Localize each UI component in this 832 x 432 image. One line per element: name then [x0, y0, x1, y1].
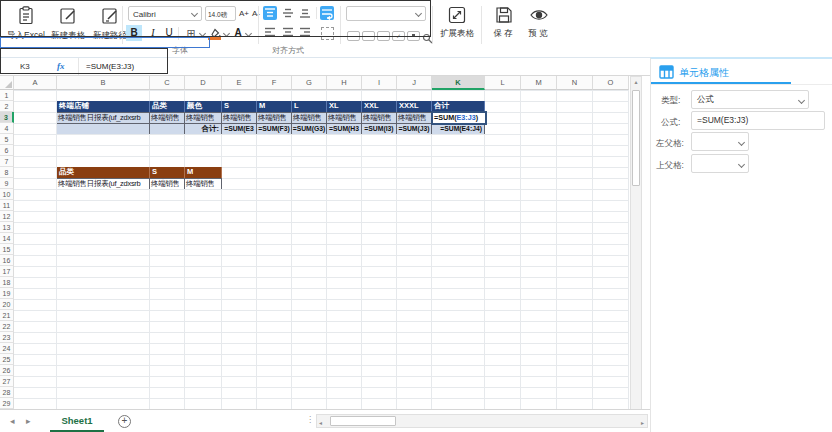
cell-C9[interactable]: 终端销售: [150, 178, 185, 189]
column-header-B[interactable]: B: [57, 76, 150, 90]
cell-C3[interactable]: 终端销售: [150, 112, 185, 123]
sheet-tab-sheet1[interactable]: Sheet1: [50, 410, 104, 432]
cell-K3-active-editor[interactable]: =SUM(E3:J3): [431, 111, 487, 125]
column-header-I[interactable]: I: [362, 76, 397, 90]
row-header-28[interactable]: 28: [0, 387, 14, 398]
row-header-2[interactable]: 2: [0, 101, 14, 112]
type-select-value: 公式: [697, 94, 714, 104]
grid-line-v: [326, 90, 327, 409]
cell-B2[interactable]: 终端店铺: [57, 101, 150, 112]
cell-I2[interactable]: XXL: [362, 101, 397, 112]
cell-G3[interactable]: 终端销售: [292, 112, 327, 123]
scroll-up-icon[interactable]: ▴: [631, 78, 641, 85]
row-header-22[interactable]: 22: [0, 321, 14, 332]
row-header-1[interactable]: 1: [0, 90, 14, 101]
sheet-prev-icon[interactable]: ◂: [10, 416, 15, 426]
row-header-3[interactable]: 3: [0, 112, 14, 123]
row-header-7[interactable]: 7: [0, 156, 14, 167]
row-header-21[interactable]: 21: [0, 310, 14, 321]
cell-C4[interactable]: [150, 123, 185, 134]
column-header-E[interactable]: E: [222, 76, 257, 90]
grid-line-v: [592, 90, 593, 409]
cell-J3[interactable]: 终端销售: [397, 112, 432, 123]
row-header-9[interactable]: 9: [0, 178, 14, 189]
cell-F2[interactable]: M: [257, 101, 292, 112]
column-header-J[interactable]: J: [397, 76, 432, 90]
worksheet-grid[interactable]: ABCDEFGHIJKLMNO1234567891011121314151617…: [0, 0, 650, 432]
column-header-K[interactable]: K: [432, 76, 485, 90]
horizontal-scrollbar[interactable]: ◂ ▸: [316, 414, 648, 428]
select-all-corner[interactable]: [0, 76, 14, 90]
cell-E2[interactable]: S: [222, 101, 257, 112]
cell-E3[interactable]: 终端销售: [222, 112, 257, 123]
type-select[interactable]: 公式: [691, 90, 809, 109]
row-header-11[interactable]: 11: [0, 200, 14, 211]
cell-D9[interactable]: 终端销售: [185, 178, 222, 189]
cell-G2[interactable]: L: [292, 101, 327, 112]
cell-I3[interactable]: 终端销售: [362, 112, 397, 123]
cell-H3[interactable]: 终端销售: [327, 112, 362, 123]
cell-E4[interactable]: =SUM(E3: [222, 123, 257, 134]
left-parent-select[interactable]: [691, 132, 749, 151]
vertical-scrollbar-thumb[interactable]: [632, 90, 640, 186]
row-header-15[interactable]: 15: [0, 244, 14, 255]
row-header-13[interactable]: 13: [0, 222, 14, 233]
cell-I4[interactable]: =SUM(I3): [362, 123, 397, 134]
column-header-G[interactable]: G: [292, 76, 327, 90]
cell-B9[interactable]: 终端销售日报表(uf_zdxsrb: [57, 178, 150, 189]
row-header-6[interactable]: 6: [0, 145, 14, 156]
row-header-25[interactable]: 25: [0, 354, 14, 365]
cell-D4[interactable]: 合计:: [185, 123, 222, 134]
column-header-M[interactable]: M: [521, 76, 557, 90]
row-header-18[interactable]: 18: [0, 277, 14, 288]
column-header-C[interactable]: C: [150, 76, 185, 90]
row-header-27[interactable]: 27: [0, 376, 14, 387]
grid-line-v: [556, 90, 557, 409]
cell-D2[interactable]: 颜色: [185, 101, 222, 112]
row-header-26[interactable]: 26: [0, 365, 14, 376]
column-header-L[interactable]: L: [485, 76, 521, 90]
column-header-F[interactable]: F: [257, 76, 292, 90]
cell-D3[interactable]: 终端销售: [185, 112, 222, 123]
cell-F4[interactable]: =SUM(F3): [257, 123, 292, 134]
row-header-29[interactable]: 29: [0, 398, 14, 409]
cell-H2[interactable]: XL: [327, 101, 362, 112]
row-header-8[interactable]: 8: [0, 167, 14, 178]
cell-H4[interactable]: =SUM(H3: [327, 123, 362, 134]
cell-B4[interactable]: [57, 123, 150, 134]
cell-B8[interactable]: 品类: [57, 167, 150, 178]
row-header-20[interactable]: 20: [0, 299, 14, 310]
vertical-scrollbar[interactable]: ▴ ▾: [630, 76, 642, 420]
cell-D8[interactable]: M: [185, 167, 222, 178]
row-header-17[interactable]: 17: [0, 266, 14, 277]
add-sheet-button[interactable]: +: [118, 415, 131, 428]
row-header-12[interactable]: 12: [0, 211, 14, 222]
cell-B3[interactable]: 终端销售日报表(uf_zdxsrb: [57, 112, 150, 123]
cell-C8[interactable]: S: [150, 167, 185, 178]
column-header-N[interactable]: N: [557, 76, 593, 90]
cell-J4[interactable]: =SUM(J3): [397, 123, 432, 134]
formula-field-input[interactable]: =SUM(E3:J3): [691, 111, 825, 130]
cell-J2[interactable]: XXXL: [397, 101, 432, 112]
sheet-next-icon[interactable]: ▸: [26, 416, 31, 426]
row-header-4[interactable]: 4: [0, 123, 14, 134]
row-header-14[interactable]: 14: [0, 233, 14, 244]
column-header-H[interactable]: H: [327, 76, 362, 90]
cell-C2[interactable]: 品类: [150, 101, 185, 112]
scroll-left-icon[interactable]: ◂: [319, 419, 322, 426]
more-dots-icon[interactable]: ⋮: [306, 415, 314, 424]
row-header-23[interactable]: 23: [0, 332, 14, 343]
top-parent-select[interactable]: [691, 154, 749, 173]
horizontal-scrollbar-thumb[interactable]: [330, 416, 396, 426]
row-header-16[interactable]: 16: [0, 255, 14, 266]
row-header-10[interactable]: 10: [0, 189, 14, 200]
column-header-D[interactable]: D: [185, 76, 222, 90]
row-header-24[interactable]: 24: [0, 343, 14, 354]
scroll-right-icon[interactable]: ▸: [641, 419, 644, 426]
cell-G4[interactable]: =SUM(G3): [292, 123, 327, 134]
column-header-O[interactable]: O: [593, 76, 629, 90]
row-header-5[interactable]: 5: [0, 134, 14, 145]
row-header-19[interactable]: 19: [0, 288, 14, 299]
cell-F3[interactable]: 终端销售: [257, 112, 292, 123]
column-header-A[interactable]: A: [14, 76, 57, 90]
